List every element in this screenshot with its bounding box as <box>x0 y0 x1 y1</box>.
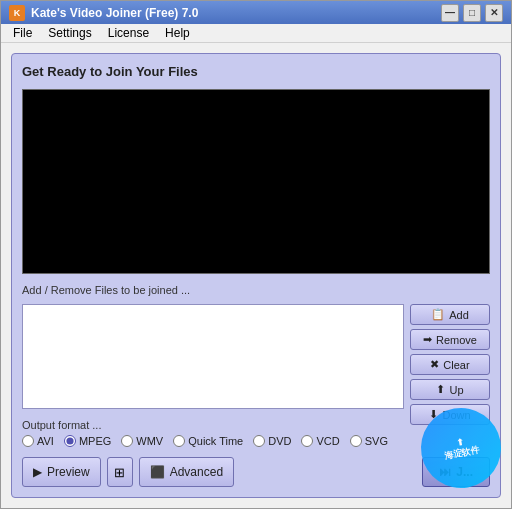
join-button[interactable]: ⏭ J... <box>422 457 490 487</box>
panel-title: Get Ready to Join Your Files <box>22 64 490 79</box>
output-format-section: Output format ... AVI MPEG WMV <box>22 417 490 447</box>
radio-avi[interactable] <box>22 435 34 447</box>
up-button[interactable]: ⬆ Up <box>410 379 490 400</box>
advanced-button[interactable]: ⬛ Advanced <box>139 457 234 487</box>
menu-bar: File Settings License Help <box>1 24 511 43</box>
up-icon: ⬆ <box>436 383 445 396</box>
clear-button[interactable]: ✖ Clear <box>410 354 490 375</box>
menu-settings[interactable]: Settings <box>40 24 99 42</box>
menu-help[interactable]: Help <box>157 24 198 42</box>
radio-quicktime[interactable] <box>173 435 185 447</box>
advanced-icon: ⬛ <box>150 465 165 479</box>
close-button[interactable]: ✕ <box>485 4 503 22</box>
grid-icon: ⊞ <box>114 465 125 480</box>
preview-button[interactable]: ▶ Preview <box>22 457 101 487</box>
main-panel: Get Ready to Join Your Files Add / Remov… <box>11 53 501 498</box>
radio-wmv[interactable] <box>121 435 133 447</box>
preview-grid-button[interactable]: ⊞ <box>107 457 133 487</box>
output-format-label: Output format ... <box>22 419 490 431</box>
radio-svg[interactable] <box>350 435 362 447</box>
main-content: Get Ready to Join Your Files Add / Remov… <box>1 43 511 508</box>
window-controls: — □ ✕ <box>441 4 503 22</box>
file-list[interactable] <box>22 304 404 409</box>
main-window: K Kate's Video Joiner (Free) 7.0 — □ ✕ F… <box>0 0 512 509</box>
add-remove-label: Add / Remove Files to be joined ... <box>22 284 490 296</box>
radio-mpeg[interactable] <box>64 435 76 447</box>
add-icon: 📋 <box>431 308 445 321</box>
title-bar: K Kate's Video Joiner (Free) 7.0 — □ ✕ <box>1 1 511 24</box>
format-vcd[interactable]: VCD <box>301 435 339 447</box>
format-radio-group: AVI MPEG WMV Quick Time <box>22 435 490 447</box>
file-section: 📋 Add ➡ Remove ✖ Clear ⬆ Up <box>22 304 490 409</box>
format-dvd[interactable]: DVD <box>253 435 291 447</box>
format-svg[interactable]: SVG <box>350 435 388 447</box>
menu-file[interactable]: File <box>5 24 40 42</box>
video-preview <box>22 89 490 274</box>
format-avi[interactable]: AVI <box>22 435 54 447</box>
menu-license[interactable]: License <box>100 24 157 42</box>
radio-vcd[interactable] <box>301 435 313 447</box>
remove-icon: ➡ <box>423 333 432 346</box>
window-title: Kate's Video Joiner (Free) 7.0 <box>31 6 441 20</box>
join-icon: ⏭ <box>439 465 451 479</box>
add-button[interactable]: 📋 Add <box>410 304 490 325</box>
format-quicktime[interactable]: Quick Time <box>173 435 243 447</box>
radio-dvd[interactable] <box>253 435 265 447</box>
file-buttons: 📋 Add ➡ Remove ✖ Clear ⬆ Up <box>410 304 490 409</box>
app-icon: K <box>9 5 25 21</box>
preview-play-icon: ▶ <box>33 465 42 479</box>
format-mpeg[interactable]: MPEG <box>64 435 111 447</box>
minimize-button[interactable]: — <box>441 4 459 22</box>
format-wmv[interactable]: WMV <box>121 435 163 447</box>
maximize-button[interactable]: □ <box>463 4 481 22</box>
clear-icon: ✖ <box>430 358 439 371</box>
bottom-buttons: ▶ Preview ⊞ ⬛ Advanced ⏭ J... <box>22 457 490 487</box>
remove-button[interactable]: ➡ Remove <box>410 329 490 350</box>
